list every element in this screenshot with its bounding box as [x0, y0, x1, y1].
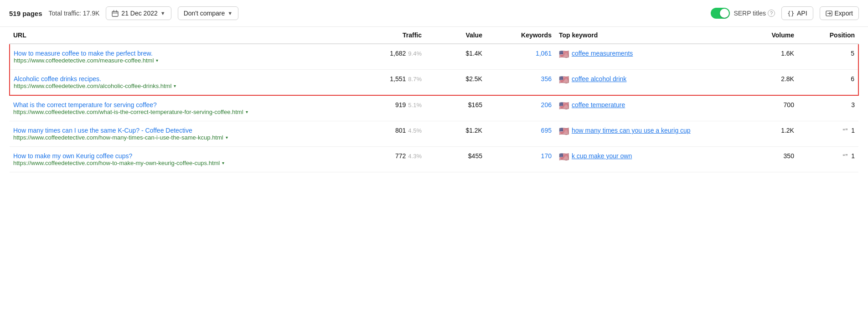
position-cell-row4: ❝❞1: [798, 121, 858, 147]
toolbar: 519 pages Total traffic: 17.9K 21 Dec 20…: [0, 0, 868, 27]
position-value: 3: [851, 101, 855, 109]
page-title-link-row3[interactable]: What is the correct temperature for serv…: [13, 101, 335, 109]
table-header-row: URL Traffic Value Keywords Top keyword V…: [10, 27, 858, 44]
page-url-row1[interactable]: https://www.coffeedetective.com/measure-…: [14, 57, 335, 64]
traffic-num: 1,682: [390, 50, 406, 57]
quote-icon: ❝❞: [842, 128, 848, 134]
serp-titles-toggle-area: SERP titles ?: [711, 8, 775, 19]
col-header-volume: Volume: [728, 27, 798, 44]
keywords-cell-row1[interactable]: 1,061: [486, 44, 555, 70]
traffic-num: 801: [395, 127, 406, 134]
col-header-url: URL: [10, 27, 339, 44]
svg-rect-0: [112, 11, 118, 16]
compare-chevron-icon: ▼: [227, 10, 232, 16]
url-expand-icon[interactable]: ▾: [174, 83, 176, 88]
page-url-row3[interactable]: https://www.coffeedetective.com/what-is-…: [13, 109, 335, 115]
pages-count: 519 pages: [9, 10, 42, 17]
serp-titles-help-icon[interactable]: ?: [768, 10, 775, 17]
keyword-link[interactable]: k cup make your own: [572, 152, 632, 160]
keyword-link[interactable]: coffee measurements: [572, 50, 633, 57]
table-row: How to measure coffee to make the perfec…: [10, 44, 858, 70]
keywords-cell-row2[interactable]: 356: [486, 70, 555, 96]
volume-cell-row5: 350: [728, 147, 798, 172]
volume-cell-row3: 700: [728, 95, 798, 121]
traffic-cell-row2: 1,5518.7%: [339, 70, 425, 96]
page-url-row5[interactable]: https://www.coffeedetective.com/how-to-m…: [13, 160, 335, 166]
top-keyword-cell-row3: 🇺🇸coffee temperature: [555, 95, 728, 121]
keyword-link[interactable]: coffee alcohol drink: [572, 75, 626, 83]
keywords-cell-row3[interactable]: 206: [486, 95, 555, 121]
pages-table: URL Traffic Value Keywords Top keyword V…: [9, 27, 859, 172]
url-cell-row2: Alcoholic coffee drinks recipes.https://…: [10, 70, 339, 96]
traffic-cell-row5: 7724.3%: [339, 147, 425, 172]
table-row: How many times can I use the same K-Cup?…: [10, 121, 858, 147]
page-url-row2[interactable]: https://www.coffeedetective.com/alcoholi…: [14, 83, 335, 89]
data-table-container: URL Traffic Value Keywords Top keyword V…: [0, 27, 868, 172]
traffic-pct: 5.1%: [408, 102, 422, 109]
url-cell-row1: How to measure coffee to make the perfec…: [10, 44, 339, 70]
export-label: Export: [835, 10, 853, 17]
total-traffic: Total traffic: 17.9K: [49, 10, 100, 17]
table-row: Alcoholic coffee drinks recipes.https://…: [10, 70, 858, 96]
traffic-pct: 9.4%: [408, 50, 422, 57]
top-keyword-cell-row1: 🇺🇸coffee measurements: [555, 44, 728, 70]
volume-cell-row2: 2.8K: [728, 70, 798, 96]
position-value: 6: [851, 75, 854, 83]
col-header-position: Position: [798, 27, 858, 44]
position-value: 5: [851, 50, 854, 57]
value-cell-row3: $165: [425, 95, 486, 121]
page-title-link-row5[interactable]: How to make my own Keurig coffee cups?: [13, 152, 335, 160]
page-title-link-row1[interactable]: How to measure coffee to make the perfec…: [14, 50, 335, 57]
position-cell-row1: 5: [798, 44, 858, 70]
position-value: 1: [851, 127, 855, 134]
traffic-pct: 8.7%: [408, 76, 422, 83]
export-icon: [826, 10, 832, 17]
keyword-link[interactable]: how many times can you use a keurig cup: [572, 127, 691, 134]
quote-icon: ❝❞: [842, 153, 848, 159]
traffic-pct: 4.3%: [408, 153, 422, 160]
date-label: 21 Dec 2022: [121, 10, 157, 17]
traffic-cell-row1: 1,6829.4%: [339, 44, 425, 70]
table-row: How to make my own Keurig coffee cups?ht…: [10, 147, 858, 172]
serp-titles-label: SERP titles ?: [734, 10, 775, 17]
svg-text:{}: {}: [787, 10, 795, 17]
page-title-link-row4[interactable]: How many times can I use the same K-Cup?…: [13, 127, 335, 134]
top-keyword-cell-row2: 🇺🇸coffee alcohol drink: [555, 70, 728, 96]
traffic-num: 772: [395, 152, 406, 160]
api-button[interactable]: {} API: [781, 6, 813, 20]
toggle-knob: [720, 9, 729, 18]
url-expand-icon[interactable]: ▾: [246, 109, 248, 114]
col-header-traffic: Traffic: [339, 27, 425, 44]
page-url-row4[interactable]: https://www.coffeedetective.com/how-many…: [13, 134, 335, 141]
url-expand-icon[interactable]: ▾: [222, 160, 224, 166]
page-title-link-row2[interactable]: Alcoholic coffee drinks recipes.: [14, 75, 335, 83]
value-cell-row2: $2.5K: [425, 70, 486, 96]
export-button[interactable]: Export: [820, 6, 859, 20]
position-cell-row2: 6: [798, 70, 858, 96]
flag-icon: 🇺🇸: [559, 76, 569, 84]
compare-label: Don't compare: [184, 10, 225, 17]
volume-cell-row1: 1.6K: [728, 44, 798, 70]
position-cell-row5: ❝❞1: [798, 147, 858, 172]
serp-titles-toggle[interactable]: [711, 8, 730, 19]
keywords-cell-row4[interactable]: 695: [486, 121, 555, 147]
col-header-keywords: Keywords: [486, 27, 555, 44]
calendar-icon: [112, 10, 119, 17]
date-picker-button[interactable]: 21 Dec 2022 ▼: [106, 6, 171, 20]
url-cell-row4: How many times can I use the same K-Cup?…: [10, 121, 339, 147]
value-cell-row1: $1.4K: [425, 44, 486, 70]
keyword-link[interactable]: coffee temperature: [572, 101, 625, 109]
traffic-cell-row3: 9195.1%: [339, 95, 425, 121]
toolbar-left: 519 pages Total traffic: 17.9K 21 Dec 20…: [9, 6, 703, 20]
url-expand-icon[interactable]: ▾: [226, 135, 228, 140]
api-icon: {}: [787, 10, 795, 17]
position-value: 1: [851, 152, 855, 160]
date-chevron-icon: ▼: [160, 10, 165, 16]
keywords-cell-row5[interactable]: 170: [486, 147, 555, 172]
compare-button[interactable]: Don't compare ▼: [178, 6, 239, 20]
traffic-pct: 4.5%: [408, 127, 422, 134]
url-expand-icon[interactable]: ▾: [156, 58, 158, 63]
value-cell-row5: $455: [425, 147, 486, 172]
top-keyword-cell-row5: 🇺🇸k cup make your own: [555, 147, 728, 172]
flag-icon: 🇺🇸: [559, 50, 569, 58]
